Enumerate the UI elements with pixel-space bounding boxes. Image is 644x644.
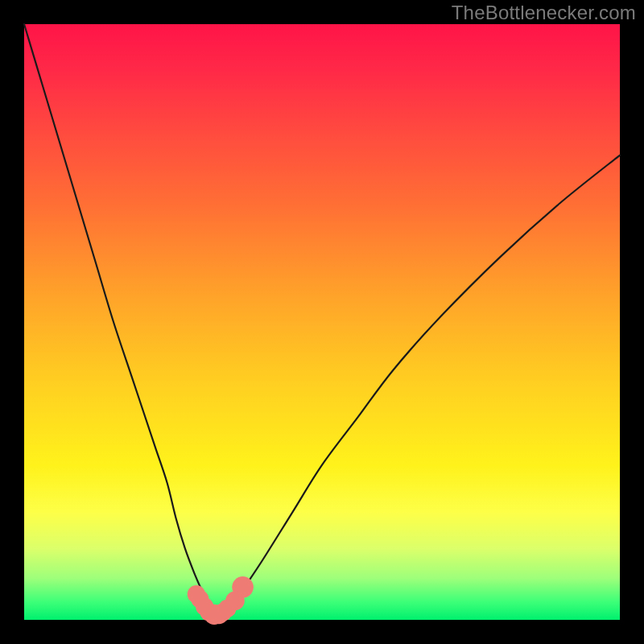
- watermark-text: TheBottlenecker.com: [452, 2, 636, 24]
- chart-plot-area: [24, 24, 620, 620]
